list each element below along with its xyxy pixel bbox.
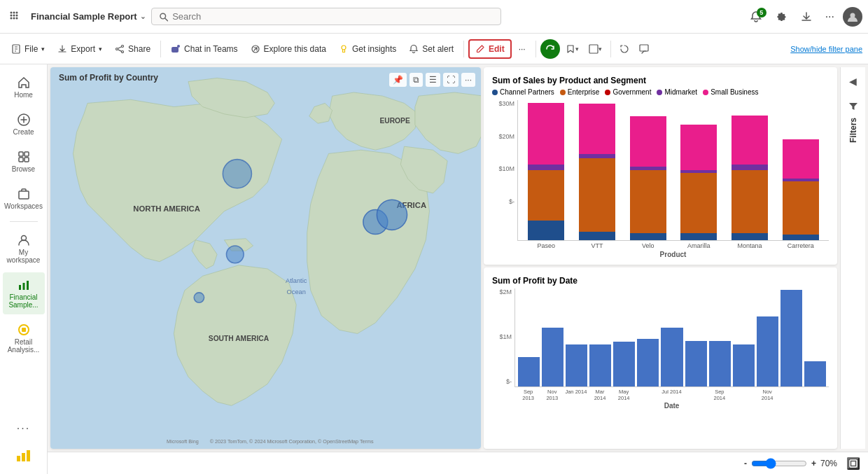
profit-bar-1 xyxy=(518,357,540,386)
montana-channel xyxy=(732,233,768,240)
map-svg: NORTH AMERICA SOUTH AMERICA AFRICA EUROP… xyxy=(50,67,481,449)
main-layout: Home Create Browse Workspaces xyxy=(0,64,868,474)
toolbar-more-button[interactable]: ··· xyxy=(513,41,531,57)
collapse-filter-btn[interactable]: ◀ xyxy=(846,73,860,90)
svg-point-3 xyxy=(10,14,13,16)
svg-rect-31 xyxy=(27,281,29,290)
edit-button[interactable]: Edit xyxy=(468,39,512,59)
search-bar[interactable] xyxy=(151,8,501,25)
download-button[interactable] xyxy=(796,8,817,26)
velo-enterprise xyxy=(630,170,666,233)
app-grid-button[interactable] xyxy=(6,8,25,25)
panel-expand-btn[interactable]: ⛶ xyxy=(443,73,458,87)
sidebar-divider xyxy=(10,221,38,222)
search-input[interactable] xyxy=(172,11,493,22)
sidebar-item-workspaces[interactable]: Workspaces xyxy=(3,181,45,216)
svg-point-14 xyxy=(116,48,118,50)
atlantic-label: Atlantic xyxy=(286,277,307,284)
zoom-control: - + 70% xyxy=(744,458,841,469)
right-panel: Sum of Sales by Product and Segment Chan… xyxy=(484,67,837,449)
export-button[interactable]: Export ▾ xyxy=(52,41,108,57)
file-button[interactable]: File ▾ xyxy=(6,41,50,57)
sidebar-item-retail[interactable]: Retail Analysis... xyxy=(3,317,45,359)
sales-chart-title: Sum of Sales by Product and Segment xyxy=(492,76,829,85)
carretera-smallbiz xyxy=(783,139,819,179)
panel-copy-btn[interactable]: ⧉ xyxy=(410,73,423,87)
share-button[interactable]: Share xyxy=(109,41,156,57)
panel-pin-btn[interactable]: 📌 xyxy=(389,73,407,87)
profit-y-axis: $2M $1M $- xyxy=(492,288,514,400)
show-hide-filter-btn[interactable]: Show/hide filter pane xyxy=(790,44,862,54)
charts-row: Sum of Profit by Country 📌 ⧉ ☰ ⛶ ··· xyxy=(48,64,868,452)
profit-x-axis-title: Date xyxy=(514,402,829,410)
view-button[interactable]: ▾ xyxy=(584,41,606,57)
panel-more-btn[interactable]: ··· xyxy=(461,73,475,87)
sidebar-item-browse[interactable]: Browse xyxy=(3,144,45,179)
legend-small-biz: Small Business xyxy=(703,88,758,96)
sidebar-item-home[interactable]: Home xyxy=(3,70,45,104)
sidebar-item-create[interactable]: Create xyxy=(3,107,45,141)
vtt-channel xyxy=(579,232,615,240)
explore-button[interactable]: Explore this data xyxy=(245,41,332,57)
profit-chart-title: Sum of Profit by Date xyxy=(492,276,829,286)
my-workspace-icon xyxy=(17,233,31,247)
more-options-button[interactable]: ··· xyxy=(821,8,839,26)
bottom-bar: - + 70% xyxy=(48,452,868,474)
profit-x-nov14: Nov 2014 xyxy=(757,389,778,401)
alert-button[interactable]: Set alert xyxy=(403,41,459,57)
svg-rect-33 xyxy=(22,328,26,332)
carretera-enterprise xyxy=(783,181,819,235)
panel-filter-btn[interactable]: ☰ xyxy=(426,73,440,87)
svg-point-2 xyxy=(16,11,18,13)
profit-bar-3 xyxy=(566,344,587,386)
svg-rect-25 xyxy=(19,158,23,162)
ocean-label: Ocean xyxy=(287,288,306,295)
svg-rect-30 xyxy=(22,283,24,290)
vtt-enterprise xyxy=(579,158,615,232)
bookmark-button[interactable]: ▾ xyxy=(561,41,583,57)
bar-vtt xyxy=(575,104,620,240)
x-label-velo: Velo xyxy=(625,242,671,249)
bar-montana xyxy=(727,116,773,240)
legend-midmarket-dot xyxy=(657,90,662,95)
legend-government-dot xyxy=(605,90,610,95)
legend-enterprise-dot xyxy=(560,90,566,95)
montana-smallbiz xyxy=(732,116,768,165)
refresh-button[interactable] xyxy=(540,39,560,59)
notifications-button[interactable]: 5 xyxy=(746,8,766,26)
bar-amarilla xyxy=(676,125,722,240)
montana-midmarket xyxy=(732,165,768,170)
zoom-plus[interactable]: + xyxy=(811,459,816,468)
paseo-channel xyxy=(528,221,564,240)
avatar[interactable] xyxy=(843,7,862,27)
profit-x-sep13: Sep 2013 xyxy=(517,389,539,401)
profit-x-jul14: Jul 2014 xyxy=(661,389,682,401)
title-chevron[interactable]: ⌄ xyxy=(140,13,146,20)
financial-icon xyxy=(17,278,31,292)
svg-rect-34 xyxy=(17,456,20,461)
svg-point-7 xyxy=(13,17,15,19)
svg-rect-21 xyxy=(640,45,648,51)
insights-button[interactable]: Get insights xyxy=(333,41,402,57)
settings-button[interactable] xyxy=(771,8,792,26)
edit-icon xyxy=(475,44,485,54)
filters-label: Filters xyxy=(848,118,858,143)
profit-bar-2 xyxy=(542,328,564,386)
sidebar-item-my-workspace[interactable]: My workspace xyxy=(3,228,45,270)
zoom-slider[interactable] xyxy=(751,458,807,469)
bubble-canada xyxy=(223,160,251,188)
profit-bar-7 xyxy=(661,328,682,386)
zoom-fit-button[interactable] xyxy=(847,457,860,470)
page-reload-button[interactable] xyxy=(615,41,634,57)
sidebar-item-financial[interactable]: Financial Sample... xyxy=(3,272,45,314)
map-credit-tomtom: © 2023 TomTom, © 2024 Microsoft Corporat… xyxy=(210,438,374,445)
file-chevron: ▾ xyxy=(41,46,45,53)
svg-point-5 xyxy=(16,14,18,16)
zoom-minus[interactable]: - xyxy=(744,459,747,468)
sidebar-item-more[interactable]: ··· xyxy=(3,417,45,440)
comment-button[interactable] xyxy=(635,41,653,57)
chat-teams-button[interactable]: Chat in Teams xyxy=(165,41,243,57)
svg-point-0 xyxy=(10,11,13,13)
svg-rect-16 xyxy=(172,47,178,53)
svg-point-13 xyxy=(122,45,124,47)
